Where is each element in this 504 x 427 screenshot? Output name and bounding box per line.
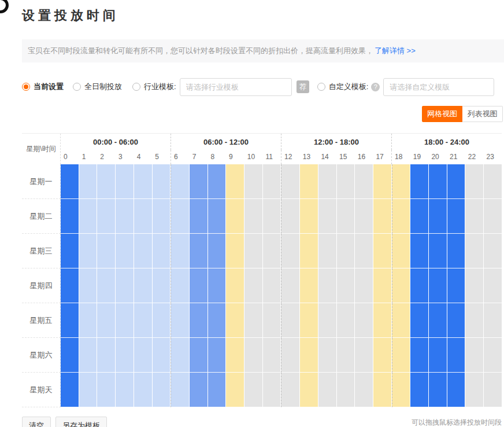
time-cell[interactable] [226, 199, 244, 234]
time-cell[interactable] [116, 234, 134, 268]
time-cell[interactable] [300, 234, 318, 268]
time-cell[interactable] [208, 338, 227, 373]
time-cell[interactable] [392, 234, 411, 268]
time-cell[interactable] [97, 199, 116, 234]
time-cell[interactable] [190, 303, 208, 338]
time-cell[interactable] [410, 373, 429, 407]
time-cell[interactable] [97, 303, 116, 338]
time-cell[interactable] [263, 338, 281, 373]
time-cell[interactable] [373, 234, 392, 268]
time-cell[interactable] [244, 338, 263, 373]
time-cell[interactable] [447, 303, 466, 338]
time-cell[interactable] [300, 164, 318, 199]
time-cell[interactable] [355, 234, 373, 268]
time-cell[interactable] [373, 268, 392, 303]
time-cell[interactable] [373, 303, 392, 338]
time-cell[interactable] [226, 234, 244, 268]
time-cell[interactable] [61, 199, 79, 234]
time-cell[interactable] [484, 234, 502, 268]
time-cell[interactable] [79, 234, 98, 268]
time-cell[interactable] [208, 373, 227, 407]
learn-more-link[interactable]: 了解详情 >> [375, 46, 416, 55]
time-cell[interactable] [153, 164, 171, 199]
time-cell[interactable] [171, 338, 190, 373]
time-cell[interactable] [429, 338, 447, 373]
time-cell[interactable] [134, 234, 153, 268]
time-cell[interactable] [465, 268, 484, 303]
time-cell[interactable] [226, 164, 244, 199]
time-cell[interactable] [337, 338, 355, 373]
time-cell[interactable] [116, 164, 134, 199]
time-cell[interactable] [337, 199, 355, 234]
time-cell[interactable] [355, 199, 373, 234]
time-cell[interactable] [410, 338, 429, 373]
time-cell[interactable] [281, 373, 300, 407]
time-cell[interactable] [153, 199, 171, 234]
time-cell[interactable] [281, 199, 300, 234]
time-cell[interactable] [153, 303, 171, 338]
time-cell[interactable] [465, 234, 484, 268]
time-cell[interactable] [244, 199, 263, 234]
time-cell[interactable] [244, 268, 263, 303]
time-cell[interactable] [392, 268, 411, 303]
industry-template-input[interactable] [180, 78, 292, 96]
time-cell[interactable] [134, 268, 153, 303]
time-cell[interactable] [116, 338, 134, 373]
time-cell[interactable] [171, 164, 190, 199]
time-cell[interactable] [318, 303, 337, 338]
time-cell[interactable] [190, 268, 208, 303]
time-cell[interactable] [300, 268, 318, 303]
radio-industry-template-icon[interactable] [132, 83, 140, 91]
time-cell[interactable] [318, 268, 337, 303]
time-cell[interactable] [208, 234, 227, 268]
time-cell[interactable] [337, 373, 355, 407]
time-cell[interactable] [263, 268, 281, 303]
time-cell[interactable] [61, 303, 79, 338]
time-cell[interactable] [318, 199, 337, 234]
time-cell[interactable] [429, 164, 447, 199]
time-cell[interactable] [410, 303, 429, 338]
time-cell[interactable] [484, 303, 502, 338]
time-cell[interactable] [281, 164, 300, 199]
time-cell[interactable] [392, 373, 411, 407]
time-cell[interactable] [392, 338, 411, 373]
time-cell[interactable] [134, 164, 153, 199]
time-cell[interactable] [337, 303, 355, 338]
time-cell[interactable] [410, 268, 429, 303]
time-cell[interactable] [484, 373, 502, 407]
time-cell[interactable] [263, 373, 281, 407]
time-cell[interactable] [355, 164, 373, 199]
time-cell[interactable] [97, 268, 116, 303]
radio-current-settings-icon[interactable] [22, 83, 30, 91]
time-cell[interactable] [226, 373, 244, 407]
time-cell[interactable] [208, 303, 227, 338]
time-cell[interactable] [153, 338, 171, 373]
time-cell[interactable] [373, 164, 392, 199]
time-cell[interactable] [429, 199, 447, 234]
time-cell[interactable] [318, 234, 337, 268]
time-cell[interactable] [392, 303, 411, 338]
time-cell[interactable] [263, 164, 281, 199]
help-icon[interactable]: ? [371, 83, 380, 91]
time-cell[interactable] [171, 373, 190, 407]
time-cell[interactable] [355, 268, 373, 303]
time-cell[interactable] [171, 268, 190, 303]
time-cell[interactable] [484, 268, 502, 303]
time-cell[interactable] [355, 303, 373, 338]
time-cell[interactable] [337, 268, 355, 303]
time-cell[interactable] [447, 268, 466, 303]
time-cell[interactable] [79, 373, 98, 407]
time-cell[interactable] [355, 373, 373, 407]
time-cell[interactable] [208, 268, 227, 303]
time-cell[interactable] [226, 268, 244, 303]
time-cell[interactable] [208, 164, 227, 199]
time-cell[interactable] [410, 234, 429, 268]
time-cell[interactable] [410, 199, 429, 234]
time-cell[interactable] [300, 338, 318, 373]
time-cell[interactable] [465, 373, 484, 407]
time-cell[interactable] [300, 199, 318, 234]
time-cell[interactable] [244, 303, 263, 338]
time-cell[interactable] [484, 164, 502, 199]
time-cell[interactable] [465, 338, 484, 373]
custom-template-input[interactable] [383, 78, 494, 96]
